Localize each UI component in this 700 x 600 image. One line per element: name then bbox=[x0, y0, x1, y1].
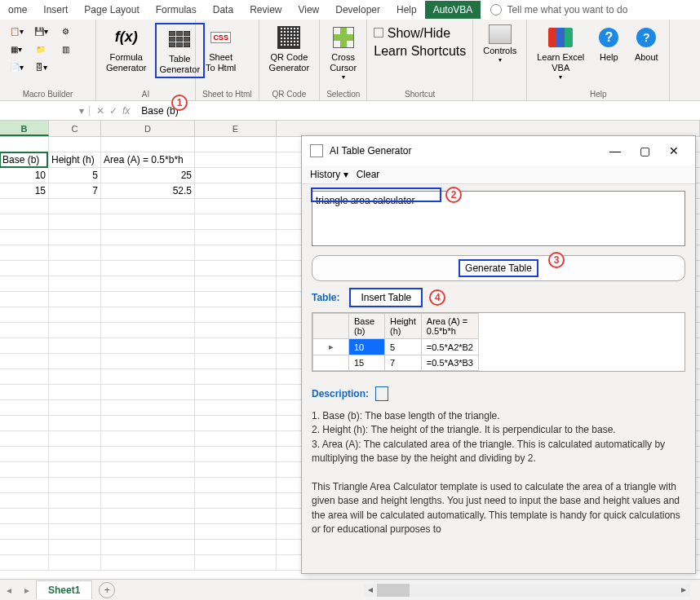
css-html-icon: CSS bbox=[210, 32, 231, 44]
horizontal-scrollbar[interactable]: ◂ ▸ bbox=[364, 584, 690, 597]
sheet-tabs: ◂ ▸ Sheet1 + ◂ ▸ bbox=[0, 579, 700, 600]
preview-cell[interactable]: 15 bbox=[349, 355, 385, 371]
tab-formulas[interactable]: Formulas bbox=[148, 1, 205, 19]
scroll-thumb[interactable] bbox=[377, 584, 410, 597]
checkbox-icon bbox=[374, 28, 383, 38]
dialog-title: AI Table Generator bbox=[330, 145, 602, 157]
cell-data[interactable]: 7 bbox=[49, 183, 101, 198]
cross-label: Cross Cursor bbox=[330, 52, 357, 73]
history-dropdown[interactable]: History ▾ bbox=[310, 169, 348, 180]
scroll-right-icon[interactable]: ▸ bbox=[677, 584, 690, 597]
preview-col-area: Area (A) = 0.5*b*h bbox=[421, 314, 478, 339]
controls-button[interactable]: Controls ▾ bbox=[480, 23, 520, 66]
col-header-b[interactable]: B bbox=[0, 121, 49, 136]
clear-button[interactable]: Clear bbox=[357, 169, 380, 180]
tab-page-layout[interactable]: Page Layout bbox=[76, 1, 147, 19]
preview-col-base: Base (b) bbox=[349, 314, 385, 339]
scroll-left-icon[interactable]: ◂ bbox=[364, 584, 377, 597]
preview-cell[interactable]: 5 bbox=[385, 339, 422, 355]
cross-icon bbox=[333, 27, 354, 48]
group-selection: Selection bbox=[326, 90, 360, 99]
qr-label: QR Code Generator bbox=[269, 52, 310, 73]
sheet-tab-sheet1[interactable]: Sheet1 bbox=[36, 580, 92, 599]
qr-icon bbox=[277, 26, 300, 49]
question-icon: ? bbox=[599, 28, 618, 47]
tell-me-search[interactable]: Tell me what you want to do bbox=[490, 4, 627, 15]
description-text: 1. Base (b): The base length of the tria… bbox=[312, 409, 685, 537]
cell-data[interactable]: 52.5 bbox=[101, 183, 195, 198]
learn-shortcuts-button[interactable]: Learn Shortcuts bbox=[374, 44, 466, 59]
description-label: Description: bbox=[312, 388, 369, 399]
excel-small-icon[interactable]: ▦▾ bbox=[7, 41, 26, 57]
cell-data[interactable]: 15 bbox=[0, 183, 49, 198]
confirm-formula-icon[interactable]: ✓ bbox=[109, 105, 117, 117]
settings-small-icon[interactable]: ⚙ bbox=[55, 23, 75, 39]
qr-code-button[interactable]: QR Code Generator bbox=[266, 23, 313, 75]
tab-review[interactable]: Review bbox=[241, 1, 290, 19]
document-icon[interactable] bbox=[375, 386, 388, 401]
col-header-d[interactable]: D bbox=[101, 121, 195, 136]
cell-data[interactable]: 5 bbox=[49, 168, 101, 183]
insert-table-button[interactable]: Insert Table bbox=[349, 288, 423, 307]
close-button[interactable]: ✕ bbox=[661, 141, 687, 161]
cancel-formula-icon[interactable]: ✕ bbox=[96, 105, 104, 117]
folder-small-icon[interactable]: 📁 bbox=[31, 41, 51, 57]
cell-b-header[interactable]: Base (b) bbox=[0, 152, 49, 167]
group-macro-builder: Macro Builder bbox=[7, 90, 89, 99]
tab-help[interactable]: Help bbox=[388, 1, 425, 19]
prompt-input[interactable]: triangle area calculator bbox=[312, 191, 685, 246]
paste-icon[interactable]: 📋▾ bbox=[7, 23, 26, 39]
name-box[interactable]: ▾ bbox=[0, 105, 90, 117]
books-icon bbox=[548, 28, 573, 47]
cell-data[interactable]: 25 bbox=[101, 168, 195, 183]
minimize-button[interactable]: — bbox=[602, 141, 628, 161]
formula-generator-button[interactable]: f(x) Formula Generator bbox=[103, 23, 150, 75]
cell-data[interactable]: 10 bbox=[0, 168, 49, 183]
cell-d-header[interactable]: Area (A) = 0.5*b*h bbox=[101, 152, 195, 167]
ribbon-tabs: ome Insert Page Layout Formulas Data Rev… bbox=[0, 0, 700, 20]
tab-autovba[interactable]: AutoVBA bbox=[425, 1, 481, 19]
formula-input[interactable]: Base (b) bbox=[136, 105, 700, 117]
preview-cell[interactable]: =0.5*A3*B3 bbox=[421, 355, 478, 371]
maximize-button[interactable]: ▢ bbox=[631, 141, 658, 161]
fx-bar-icon[interactable]: fx bbox=[122, 105, 130, 117]
learn-vba-button[interactable]: Learn Excel VBA ▾ bbox=[534, 23, 587, 83]
preview-col-height: Height (h) bbox=[385, 314, 422, 339]
cell-c-header[interactable]: Height (h) bbox=[49, 152, 101, 167]
tab-home[interactable]: ome bbox=[0, 1, 35, 19]
group-help: Help bbox=[534, 90, 662, 99]
add-sheet-button[interactable]: + bbox=[99, 582, 115, 598]
learn-vba-label: Learn Excel VBA bbox=[537, 52, 584, 73]
lightbulb-icon bbox=[490, 4, 502, 15]
cross-cursor-button[interactable]: Cross Cursor ▾ bbox=[326, 23, 360, 83]
about-button[interactable]: ? About bbox=[630, 23, 662, 64]
annotation-2: 2 bbox=[445, 187, 462, 203]
sheet-to-html-button[interactable]: CSS Sheet To Html bbox=[202, 23, 239, 75]
sheet-html-label: Sheet To Html bbox=[206, 52, 236, 73]
tab-insert[interactable]: Insert bbox=[35, 1, 76, 19]
group-qr: QR Code bbox=[266, 90, 313, 99]
controls-icon bbox=[489, 24, 512, 44]
col-header-c[interactable]: C bbox=[49, 121, 101, 136]
table-preview: Base (b) Height (h) Area (A) = 0.5*b*h ▸… bbox=[312, 312, 685, 372]
tab-nav-next-icon[interactable]: ▸ bbox=[18, 585, 36, 596]
sheet-small-icon[interactable]: ▥ bbox=[55, 41, 75, 57]
preview-cell[interactable]: 10 bbox=[349, 339, 385, 355]
showhide-label: Show/Hide bbox=[388, 26, 450, 40]
help-button[interactable]: ? Help bbox=[592, 23, 625, 64]
tab-developer[interactable]: Developer bbox=[327, 1, 388, 19]
doc-small-icon[interactable]: 📄▾ bbox=[7, 59, 26, 75]
show-hide-checkbox[interactable]: Show/Hide bbox=[374, 26, 450, 41]
ai-table-generator-dialog: AI Table Generator — ▢ ✕ History ▾ Clear… bbox=[301, 135, 696, 574]
tab-nav-prev-icon[interactable]: ◂ bbox=[0, 585, 18, 596]
preview-cell[interactable]: 7 bbox=[385, 355, 422, 371]
formula-gen-label: Formula Generator bbox=[106, 52, 147, 73]
preview-cell[interactable]: =0.5*A2*B2 bbox=[421, 339, 478, 355]
generate-table-button[interactable]: Generate Table bbox=[312, 255, 685, 281]
db-small-icon[interactable]: 🗄▾ bbox=[31, 59, 51, 75]
tab-view[interactable]: View bbox=[290, 1, 327, 19]
save-small-icon[interactable]: 💾▾ bbox=[31, 23, 51, 39]
col-header-e[interactable]: E bbox=[195, 121, 277, 136]
tab-data[interactable]: Data bbox=[205, 1, 241, 19]
generate-label: Generate Table bbox=[459, 259, 538, 277]
